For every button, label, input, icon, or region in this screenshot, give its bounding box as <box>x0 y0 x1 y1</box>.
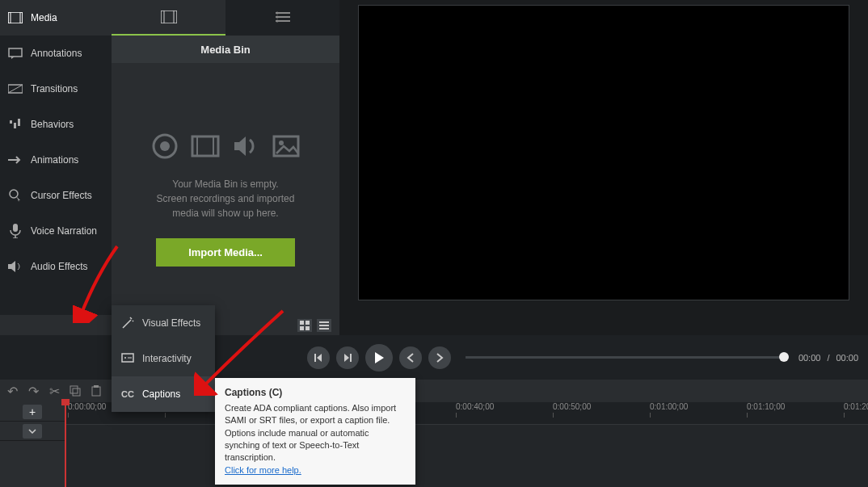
menu-item-label: Visual Effects <box>142 317 200 329</box>
image-icon <box>272 132 301 161</box>
preview-canvas[interactable] <box>358 5 849 300</box>
ruler-tick: 0:00:40;00 <box>456 402 494 411</box>
grid-view-button[interactable] <box>297 319 312 332</box>
nav-media[interactable]: Media <box>0 0 112 36</box>
svg-rect-33 <box>314 354 316 362</box>
media-bin-body: Your Media Bin is empty. Screen recordin… <box>112 63 339 335</box>
svg-rect-6 <box>14 123 16 128</box>
list-view-button[interactable] <box>317 319 331 332</box>
svg-rect-2 <box>20 12 23 23</box>
svg-rect-10 <box>161 10 177 23</box>
ruler-tick: 0:01:00;00 <box>650 402 688 411</box>
time-current: 00:00 <box>798 353 821 363</box>
panel-title: Media Bin <box>112 36 339 63</box>
video-icon <box>191 132 220 161</box>
svg-rect-26 <box>300 321 304 325</box>
svg-rect-1 <box>8 12 11 23</box>
preview-panel <box>339 0 868 335</box>
nav-media-label: Media <box>31 12 57 23</box>
add-track-button[interactable]: + <box>23 405 42 419</box>
track-controls: + <box>0 402 65 487</box>
svg-rect-5 <box>10 120 12 124</box>
media-type-icons <box>150 132 301 161</box>
time-sep: / <box>827 353 829 363</box>
empty-line: media will show up here. <box>157 206 295 220</box>
menu-captions[interactable]: CC Captions <box>112 376 215 412</box>
timeline-tracks[interactable] <box>65 425 868 487</box>
behaviors-icon <box>8 117 23 132</box>
nav-audio-effects[interactable]: Audio Effects <box>0 249 112 284</box>
step-back-button[interactable] <box>399 346 422 369</box>
svg-rect-29 <box>305 326 310 330</box>
svg-rect-34 <box>350 354 352 362</box>
nav-transitions-label: Transitions <box>31 83 78 94</box>
import-media-button[interactable]: Import Media... <box>156 238 295 267</box>
film-icon <box>161 10 177 23</box>
redo-button[interactable]: ↷ <box>26 384 40 398</box>
canvas-area <box>339 0 868 335</box>
quiz-icon <box>121 353 134 364</box>
prev-frame-button[interactable] <box>307 346 330 369</box>
arrow-right-icon <box>8 153 23 167</box>
ruler-tick: 0:00:50;00 <box>553 402 591 411</box>
menu-interactivity[interactable]: Interactivity <box>112 341 215 376</box>
wand-icon <box>121 317 134 330</box>
tooltip-body: Create ADA compliant captions. Also impo… <box>225 402 406 464</box>
nav-animations-label: Animations <box>31 154 78 166</box>
tooltip-title: Captions (C) <box>225 386 406 400</box>
more-popup-menu: Visual Effects Interactivity CC Captions <box>112 305 215 412</box>
callout-icon <box>8 46 23 61</box>
empty-line: Your Media Bin is empty. <box>157 177 295 191</box>
empty-message: Your Media Bin is empty. Screen recordin… <box>157 177 295 220</box>
next-frame-button[interactable] <box>336 346 359 369</box>
undo-button[interactable]: ↶ <box>5 384 19 398</box>
copy-button[interactable] <box>68 384 82 398</box>
nav-annotations-label: Annotations <box>31 48 82 59</box>
svg-point-16 <box>276 12 278 15</box>
svg-rect-37 <box>92 387 100 396</box>
nav-annotations[interactable]: Annotations <box>0 36 112 71</box>
list-icon <box>276 11 290 23</box>
nav-voice-narration[interactable]: Voice Narration <box>0 213 112 249</box>
menu-visual-effects[interactable]: Visual Effects <box>112 305 215 341</box>
ruler-tick: 0:01:20 <box>844 402 868 411</box>
paste-button[interactable] <box>89 384 103 398</box>
svg-rect-21 <box>192 136 218 156</box>
time-total: 00:00 <box>836 353 858 363</box>
nav-cursor-effects[interactable]: Cursor Effects <box>0 178 112 213</box>
seek-handle[interactable] <box>779 352 789 362</box>
playhead[interactable] <box>65 402 66 487</box>
film-icon <box>8 10 23 25</box>
tab-clip-bin[interactable] <box>112 0 225 36</box>
panel-tabs <box>112 0 339 36</box>
svg-rect-27 <box>305 321 310 325</box>
svg-point-17 <box>276 16 278 19</box>
svg-rect-9 <box>13 224 18 232</box>
nav-behaviors[interactable]: Behaviors <box>0 107 112 142</box>
ruler-tick: 0:01:10;00 <box>747 402 785 411</box>
media-panel: Media Bin Your Media Bin is empty. Scree… <box>112 0 339 335</box>
cut-button[interactable]: ✂ <box>47 384 61 398</box>
svg-rect-7 <box>18 119 20 126</box>
svg-point-25 <box>279 141 284 145</box>
seek-bar[interactable] <box>466 356 784 359</box>
play-button[interactable] <box>365 344 393 372</box>
nav-transitions[interactable]: Transitions <box>0 71 112 107</box>
transitions-icon <box>8 82 23 96</box>
ruler-tick: 0:00:00;00 <box>68 402 106 411</box>
svg-rect-35 <box>70 386 78 393</box>
nav-animations[interactable]: Animations <box>0 142 112 178</box>
step-fwd-button[interactable] <box>428 346 451 369</box>
empty-line: Screen recordings and imported <box>157 191 295 206</box>
menu-item-label: Captions <box>142 388 180 400</box>
tab-library[interactable] <box>225 0 339 36</box>
svg-point-18 <box>276 20 278 23</box>
record-icon <box>150 132 179 161</box>
audio-icon <box>231 132 260 161</box>
svg-point-20 <box>160 141 170 151</box>
svg-rect-36 <box>73 388 80 396</box>
track-expand-button[interactable] <box>23 424 42 439</box>
svg-rect-38 <box>94 385 99 388</box>
timeline-body: + 0:00:00;00 0:00:10;00 0:00:20;00 0:00:… <box>0 402 868 487</box>
tooltip-help-link[interactable]: Click for more help. <box>225 465 301 475</box>
